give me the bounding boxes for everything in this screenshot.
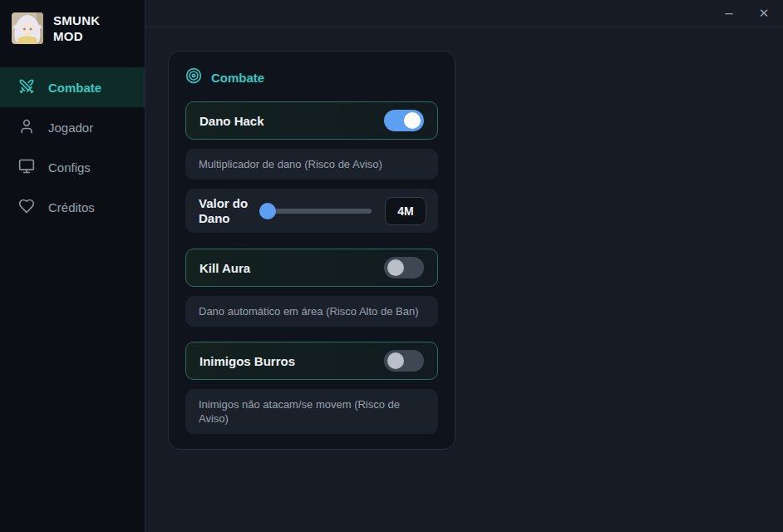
dano-hack-row[interactable]: Dano Hack — [185, 101, 438, 140]
sidebar-nav: Combate Jogador Configs — [0, 67, 145, 227]
main-content: Combate Dano Hack Multiplicador de dano … — [145, 27, 783, 532]
dano-hack-description: Multiplicador de dano (Risco de Aviso) — [185, 149, 438, 180]
kill-aura-label: Kill Aura — [199, 261, 250, 275]
toggle-knob — [404, 112, 421, 129]
valor-dano-label: Valor do Dano — [199, 196, 254, 226]
sidebar-item-combate[interactable]: Combate — [0, 67, 145, 107]
sidebar-item-label: Jogador — [48, 121, 93, 135]
app-title: SMUNK MOD — [53, 12, 101, 44]
monitor-icon — [18, 158, 35, 177]
sidebar-item-label: Créditos — [48, 200, 95, 214]
kill-aura-description: Dano automático em área (Risco Alto de B… — [185, 296, 438, 327]
toggle-knob — [387, 259, 404, 276]
minimize-button[interactable]: – — [715, 0, 743, 27]
swords-icon — [18, 78, 35, 97]
inimigos-burros-description: Inimigos não atacam/se movem (Risco de A… — [185, 389, 438, 434]
toggle-knob — [387, 352, 404, 369]
sidebar-item-configs[interactable]: Configs — [0, 147, 145, 187]
kill-aura-toggle[interactable] — [384, 257, 424, 278]
dano-hack-toggle[interactable] — [384, 110, 424, 131]
app-title-line2: MOD — [53, 28, 101, 44]
user-icon — [18, 118, 35, 137]
valor-dano-row: Valor do Dano 4M — [185, 189, 438, 233]
inimigos-burros-row[interactable]: Inimigos Burros — [185, 342, 438, 380]
sidebar-header: SMUNK MOD — [0, 0, 145, 59]
sidebar: SMUNK MOD Combate Jogador — [0, 0, 145, 532]
inimigos-burros-toggle[interactable] — [384, 350, 424, 372]
avatar — [12, 12, 43, 44]
target-icon — [185, 67, 202, 87]
panel-title: Combate — [211, 71, 264, 85]
titlebar: – ✕ — [145, 0, 783, 27]
sidebar-item-label: Configs — [48, 160, 91, 175]
heart-icon — [18, 198, 35, 217]
combate-panel: Combate Dano Hack Multiplicador de dano … — [168, 51, 456, 450]
close-button[interactable]: ✕ — [750, 0, 778, 27]
app-title-line1: SMUNK — [53, 12, 101, 28]
damage-value-badge: 4M — [385, 197, 426, 225]
sidebar-item-label: Combate — [48, 81, 101, 95]
sidebar-item-jogador[interactable]: Jogador — [0, 107, 145, 147]
panel-header: Combate — [185, 68, 438, 86]
sidebar-item-creditos[interactable]: Créditos — [0, 187, 145, 227]
damage-slider-thumb[interactable] — [259, 203, 276, 219]
dano-hack-label: Dano Hack — [199, 114, 264, 128]
damage-slider-track[interactable] — [262, 209, 372, 214]
inimigos-burros-label: Inimigos Burros — [199, 354, 295, 368]
kill-aura-row[interactable]: Kill Aura — [185, 249, 438, 287]
